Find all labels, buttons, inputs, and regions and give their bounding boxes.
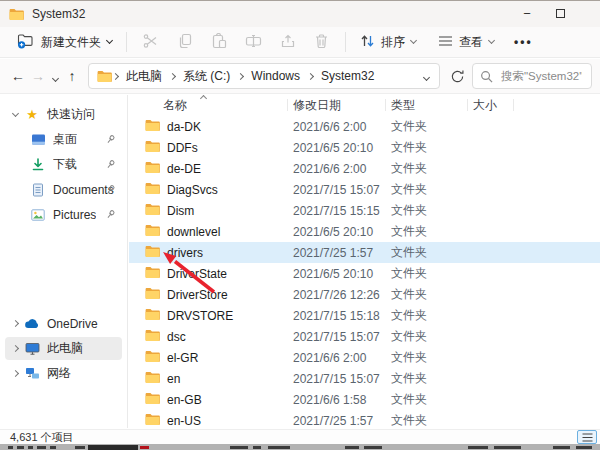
file-date: 2021/7/15 15:15 — [293, 204, 391, 218]
table-row[interactable]: DriverStore2021/7/26 12:26文件夹 — [129, 284, 600, 305]
file-date: 2021/6/6 2:00 — [293, 351, 391, 365]
column-header-type[interactable]: 类型 — [391, 95, 473, 115]
table-row[interactable]: en-GB2021/6/6 1:58文件夹 — [129, 389, 600, 410]
folder-icon — [145, 245, 160, 260]
table-row[interactable]: da-DK2021/6/6 2:00文件夹 — [129, 116, 600, 137]
picture-icon — [29, 209, 47, 221]
up-button[interactable]: ↑ — [62, 68, 82, 84]
file-type: 文件夹 — [391, 286, 473, 303]
sidebar-item-网络[interactable]: 网络 — [5, 362, 122, 385]
address-dropdown-chevron-icon[interactable] — [424, 69, 429, 83]
sidebar-item-label: Pictures — [53, 208, 96, 222]
rename-button[interactable] — [240, 29, 267, 56]
file-date: 2021/6/5 20:10 — [293, 267, 391, 281]
file-type: 文件夹 — [391, 118, 473, 135]
sidebar-item-onedrive[interactable]: OneDrive — [5, 312, 122, 335]
breadcrumb-item[interactable]: 此电脑 — [119, 66, 169, 87]
file-type: 文件夹 — [391, 244, 473, 261]
refresh-button[interactable] — [446, 69, 468, 84]
column-header-name[interactable]: 名称 — [129, 95, 293, 115]
copy-button[interactable] — [172, 29, 198, 56]
sidebar-item-quick-access[interactable]: ★快速访问 — [5, 103, 122, 126]
sidebar-item-documents[interactable]: Documents — [5, 178, 122, 201]
chevron-down-icon — [488, 37, 495, 44]
desktop-icon — [29, 133, 47, 146]
delete-button[interactable] — [309, 29, 334, 56]
table-row[interactable]: DDFs2021/6/5 20:10文件夹 — [129, 137, 600, 158]
file-date: 2021/7/15 15:07 — [293, 183, 391, 197]
toolbar-divider — [126, 32, 127, 52]
file-name: en-US — [167, 414, 201, 428]
view-label: 查看 — [459, 34, 483, 51]
search-box[interactable] — [472, 63, 592, 89]
sidebar-item-label: 下载 — [53, 156, 77, 173]
recent-locations-button[interactable] — [48, 68, 62, 84]
paste-icon — [211, 33, 227, 52]
table-row[interactable]: downlevel2021/6/5 20:10文件夹 — [129, 221, 600, 242]
table-row[interactable]: en2021/7/15 15:07文件夹 — [129, 368, 600, 389]
forward-button[interactable]: → — [28, 68, 48, 84]
share-button[interactable] — [275, 29, 301, 56]
table-row[interactable]: dsc2021/7/15 15:07文件夹 — [129, 326, 600, 347]
file-type: 文件夹 — [391, 412, 473, 428]
folder-icon — [145, 392, 160, 407]
view-button[interactable]: 查看 — [431, 30, 501, 55]
folder-icon — [145, 119, 160, 134]
file-type: 文件夹 — [391, 328, 473, 345]
column-header-size[interactable]: 大小 — [473, 95, 519, 115]
file-date: 2021/6/5 20:10 — [293, 141, 391, 155]
more-button[interactable]: ••• — [507, 31, 540, 53]
file-type: 文件夹 — [391, 307, 473, 324]
folder-icon — [145, 287, 160, 302]
maximize-button[interactable] — [545, 1, 575, 27]
column-header-date[interactable]: 修改日期 — [293, 95, 391, 115]
folder-icon — [145, 140, 160, 155]
table-row[interactable]: DriverState2021/6/5 20:10文件夹 — [129, 263, 600, 284]
pin-icon — [105, 134, 116, 148]
file-name: da-DK — [167, 120, 201, 134]
window-title: System32 — [32, 7, 85, 21]
table-row[interactable]: Dism2021/7/15 15:15文件夹 — [129, 200, 600, 221]
breadcrumb-item[interactable]: System32 — [314, 67, 381, 85]
file-name: Dism — [167, 204, 194, 218]
sidebar-item-下载[interactable]: 下载 — [5, 153, 122, 176]
table-row[interactable]: DRVSTORE2021/7/15 15:18文件夹 — [129, 305, 600, 326]
details-view-toggle-button[interactable] — [577, 430, 597, 444]
sidebar-item-pictures[interactable]: Pictures — [5, 203, 122, 226]
table-row[interactable]: drivers2021/7/25 1:57文件夹 — [129, 242, 600, 263]
file-type: 文件夹 — [391, 160, 473, 177]
sidebar-item-label: OneDrive — [47, 317, 98, 331]
folder-icon — [145, 203, 160, 218]
folder-icon — [145, 266, 160, 281]
search-input[interactable] — [499, 69, 584, 83]
background-window-sliver — [0, 444, 600, 450]
table-row[interactable]: de-DE2021/6/6 2:00文件夹 — [129, 158, 600, 179]
breadcrumb: 此电脑系统 (C:)WindowsSystem32 — [119, 66, 381, 87]
sort-button[interactable]: 排序 — [353, 30, 423, 55]
cut-button[interactable] — [138, 29, 164, 56]
address-bar[interactable]: 此电脑系统 (C:)WindowsSystem32 — [88, 63, 440, 89]
file-explorer-window: System32 − ✕ 新建文件夹 排序 查看 •• — [0, 0, 600, 450]
network-icon — [23, 367, 41, 380]
table-row[interactable]: DiagSvcs2021/7/15 15:07文件夹 — [129, 179, 600, 200]
breadcrumb-item[interactable]: Windows — [244, 67, 307, 85]
file-date: 2021/6/6 2:00 — [293, 162, 391, 176]
navigation-bar: ← → ↑ 此电脑系统 (C:)WindowsSystem32 — [0, 59, 600, 94]
table-row[interactable]: en-US2021/7/25 1:57文件夹 — [129, 410, 600, 428]
close-button[interactable]: ✕ — [592, 1, 600, 27]
file-date: 2021/7/25 1:57 — [293, 246, 391, 260]
sidebar-item-label: 网络 — [47, 365, 71, 382]
sidebar-item-桌面[interactable]: 桌面 — [5, 128, 122, 151]
back-button[interactable]: ← — [8, 68, 28, 84]
new-folder-button[interactable]: 新建文件夹 — [10, 29, 119, 56]
file-rows: da-DK2021/6/6 2:00文件夹DDFs2021/6/5 20:10文… — [129, 116, 600, 428]
paste-button[interactable] — [206, 29, 232, 56]
file-name: DriverStore — [167, 288, 228, 302]
sidebar-item-此电脑[interactable]: 此电脑 — [5, 337, 122, 360]
file-type: 文件夹 — [391, 223, 473, 240]
minimize-button[interactable]: − — [512, 1, 542, 27]
titlebar[interactable]: System32 − ✕ — [0, 1, 600, 27]
chevron-right-icon — [113, 74, 118, 79]
table-row[interactable]: el-GR2021/6/6 2:00文件夹 — [129, 347, 600, 368]
breadcrumb-item[interactable]: 系统 (C:) — [176, 66, 237, 87]
